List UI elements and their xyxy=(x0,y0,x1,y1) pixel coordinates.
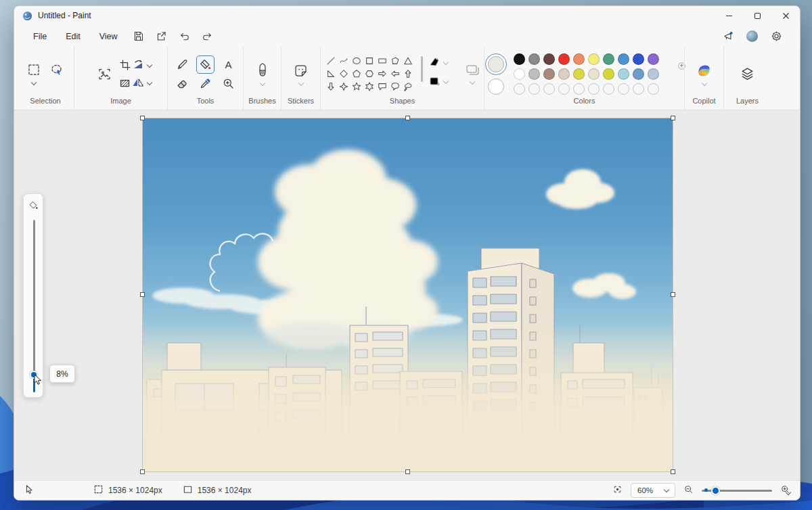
palette-empty-slot-8[interactable] xyxy=(633,83,644,95)
copilot-dropdown-chevron[interactable] xyxy=(701,80,706,85)
palette-color-r2-3[interactable] xyxy=(558,68,570,80)
palette-color-r1-1[interactable] xyxy=(528,53,540,65)
palette-empty-slot-7[interactable] xyxy=(618,83,629,95)
image-options-icon[interactable] xyxy=(97,67,112,81)
palette-empty-slot-1[interactable] xyxy=(528,83,540,95)
zoom-slider-thumb[interactable] xyxy=(711,486,720,495)
title-bar[interactable]: Untitled - Paint xyxy=(14,6,800,25)
palette-color-r2-7[interactable] xyxy=(618,68,629,80)
shape-curve[interactable] xyxy=(337,54,350,67)
rotate-tool[interactable] xyxy=(131,58,152,72)
shape-line[interactable] xyxy=(324,54,337,67)
brushes-button[interactable] xyxy=(255,62,270,78)
text-tool[interactable]: A xyxy=(222,58,235,71)
shape-rectangle[interactable] xyxy=(376,54,388,67)
rotate-dropdown-chevron[interactable] xyxy=(146,62,152,68)
palette-color-r1-7[interactable] xyxy=(618,53,629,65)
shape-callout-cloud[interactable] xyxy=(401,80,414,93)
palette-empty-slot-9[interactable] xyxy=(648,83,659,95)
shapes-more-button[interactable] xyxy=(464,62,480,77)
palette-color-r1-0[interactable] xyxy=(514,53,525,65)
shape-arrow-down[interactable] xyxy=(324,80,337,93)
resize-handle-bottom-right[interactable] xyxy=(671,469,675,474)
palette-empty-slot-4[interactable] xyxy=(573,83,585,95)
shape-fill-option[interactable] xyxy=(428,75,448,87)
shape-arrow-left[interactable] xyxy=(388,67,401,80)
shape-triangle[interactable] xyxy=(401,54,414,67)
close-button[interactable] xyxy=(771,6,800,25)
shape-rounded-rect[interactable] xyxy=(324,93,337,95)
palette-color-r1-5[interactable] xyxy=(588,53,600,65)
palette-color-r1-2[interactable] xyxy=(543,53,555,65)
minimize-button[interactable] xyxy=(715,6,743,25)
share-button[interactable] xyxy=(150,30,173,42)
palette-empty-slot-6[interactable] xyxy=(603,83,614,95)
palette-empty-slot-3[interactable] xyxy=(558,83,570,95)
shape-outline-option[interactable] xyxy=(428,56,448,68)
shape-callout-round[interactable] xyxy=(388,80,401,93)
zoom-out-button[interactable] xyxy=(683,484,694,496)
shape-fill-chevron[interactable] xyxy=(443,78,449,84)
resize-handle-bottom-left[interactable] xyxy=(140,469,145,474)
palette-color-r2-1[interactable] xyxy=(528,68,540,80)
magnifier-tool[interactable] xyxy=(222,77,235,90)
edit-colors-button[interactable]: + xyxy=(666,65,683,83)
drawing-canvas[interactable] xyxy=(143,118,673,471)
selection-dropdown-chevron[interactable] xyxy=(31,80,37,85)
palette-empty-slot-5[interactable] xyxy=(588,83,600,95)
fill-tool-selected[interactable] xyxy=(196,55,215,74)
palette-color-r2-0[interactable] xyxy=(514,68,525,80)
shape-star-4[interactable] xyxy=(337,80,350,93)
resize-handle-bottom-middle[interactable] xyxy=(405,469,410,474)
shape-arrow-up[interactable] xyxy=(401,67,414,80)
resize-handle-middle-right[interactable] xyxy=(671,292,675,297)
shape-right-triangle[interactable] xyxy=(324,67,337,80)
free-form-select-tool[interactable] xyxy=(50,63,64,76)
shape-polygon[interactable] xyxy=(388,54,401,67)
palette-color-r2-6[interactable] xyxy=(603,68,614,80)
palette-color-r2-8[interactable] xyxy=(633,68,644,80)
palette-color-r1-4[interactable] xyxy=(573,53,585,65)
shape-callout-rect[interactable] xyxy=(376,80,388,93)
settings-gear-icon[interactable] xyxy=(765,30,788,42)
redo-button[interactable] xyxy=(196,30,219,42)
zoom-level-dropdown[interactable]: 60% xyxy=(631,483,675,498)
color1-swatch-selected[interactable] xyxy=(485,53,507,75)
account-avatar[interactable] xyxy=(746,30,758,42)
copilot-icon[interactable] xyxy=(696,63,712,78)
palette-color-r1-9[interactable] xyxy=(648,53,659,65)
stickers-dropdown-chevron[interactable] xyxy=(298,80,303,85)
resize-tool[interactable] xyxy=(118,76,131,89)
flip-dropdown-chevron[interactable] xyxy=(146,80,152,85)
shape-star-6[interactable] xyxy=(363,80,376,93)
rectangle-select-tool[interactable] xyxy=(27,63,41,76)
fill-opacity-slider-track[interactable] xyxy=(33,220,35,375)
resize-handle-top-middle[interactable] xyxy=(405,116,410,120)
brushes-dropdown-chevron[interactable] xyxy=(259,80,265,86)
shape-pentagon[interactable] xyxy=(350,67,363,80)
shape-star-5[interactable] xyxy=(350,80,363,93)
crop-tool[interactable] xyxy=(119,59,131,71)
color2-swatch[interactable] xyxy=(488,78,504,95)
palette-color-r1-6[interactable] xyxy=(603,53,614,65)
color-picker-tool[interactable] xyxy=(199,77,212,90)
shape-diamond[interactable] xyxy=(337,67,350,80)
palette-color-r1-3[interactable] xyxy=(558,53,570,65)
menu-item-edit[interactable]: Edit xyxy=(56,28,90,45)
notifications-icon[interactable] xyxy=(717,30,740,42)
palette-color-r2-2[interactable] xyxy=(543,68,555,80)
flip-tool[interactable] xyxy=(131,76,152,89)
shape-hexagon[interactable] xyxy=(363,67,376,80)
shape-ellipse[interactable] xyxy=(350,54,363,67)
shape-outline-chevron[interactable] xyxy=(443,60,449,65)
shapes-more-chevron[interactable] xyxy=(470,79,475,85)
pencil-tool[interactable] xyxy=(176,58,189,71)
shapes-scrollbar[interactable] xyxy=(421,56,423,82)
maximize-button[interactable] xyxy=(743,6,771,25)
palette-color-r2-5[interactable] xyxy=(588,68,600,80)
save-button[interactable] xyxy=(127,30,150,42)
resize-handle-top-right[interactable] xyxy=(671,116,675,120)
eraser-tool[interactable] xyxy=(176,77,189,90)
palette-empty-slot-0[interactable] xyxy=(514,83,525,95)
zoom-slider-track[interactable] xyxy=(702,490,772,492)
